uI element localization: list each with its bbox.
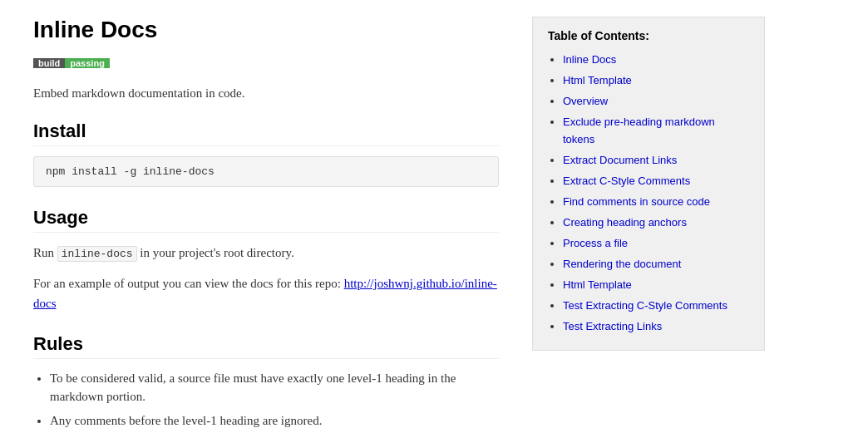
usage-p1-prefix: Run	[33, 246, 57, 259]
toc-list: Inline DocsHtml TemplateOverviewExclude …	[548, 51, 749, 335]
toc-link[interactable]: Rendering the document	[563, 258, 681, 270]
rule-item-1: To be considered valid, a source file mu…	[50, 369, 499, 406]
usage-p2-prefix: For an example of output you can view th…	[33, 277, 344, 290]
usage-paragraph2: For an example of output you can view th…	[33, 273, 499, 313]
toc-link[interactable]: Process a file	[563, 237, 628, 249]
toc-link[interactable]: Html Template	[563, 278, 632, 291]
toc-link[interactable]: Inline Docs	[563, 53, 616, 66]
toc-link[interactable]: Overview	[563, 95, 608, 107]
toc-item: Extract Document Links	[563, 151, 749, 169]
toc-link[interactable]: Extract Document Links	[563, 154, 677, 166]
install-command: npm install -g inline-docs	[33, 156, 499, 187]
toc-link[interactable]: Test Extracting C-Style Comments	[563, 299, 727, 312]
page-title: Inline Docs	[33, 17, 499, 43]
toc-item: Rendering the document	[563, 255, 749, 273]
rule-1-text: To be considered valid, a source file mu…	[50, 371, 456, 404]
toc-item: Test Extracting Links	[563, 317, 749, 335]
toc-item: Exclude pre-heading markdown tokens	[563, 113, 749, 148]
usage-heading: Usage	[33, 207, 499, 233]
toc-link[interactable]: Extract C-Style Comments	[563, 175, 690, 187]
usage-paragraph1: Run inline-docs in your project's root d…	[33, 243, 499, 263]
install-heading: Install	[33, 121, 499, 146]
toc-link[interactable]: Creating heading anchors	[563, 216, 687, 229]
toc-sidebar: Table of Contents: Inline DocsHtml Templ…	[532, 17, 765, 351]
usage-p1-suffix: in your project's root directory.	[137, 246, 294, 259]
page-layout: Inline Docs build passing Embed markdown…	[33, 17, 835, 428]
toc-item: Creating heading anchors	[563, 214, 749, 231]
toc-link[interactable]: Exclude pre-heading markdown tokens	[563, 116, 715, 145]
badge-container: build passing	[33, 55, 499, 71]
toc-title: Table of Contents:	[548, 29, 749, 42]
rule-item-2: Any comments before the level-1 heading …	[50, 411, 499, 428]
toc-item: Test Extracting C-Style Comments	[563, 297, 749, 314]
badge-label: build	[33, 58, 65, 68]
toc-item: Inline Docs	[563, 51, 749, 68]
toc-item: Process a file	[563, 234, 749, 252]
main-content: Inline Docs build passing Embed markdown…	[33, 17, 499, 428]
toc-link[interactable]: Html Template	[563, 74, 632, 86]
tagline: Embed markdown documentation in code.	[33, 86, 499, 101]
badge-status: passing	[65, 58, 110, 68]
toc-link[interactable]: Test Extracting Links	[563, 320, 662, 332]
rules-list: To be considered valid, a source file mu…	[33, 369, 499, 428]
toc-item: Extract C-Style Comments	[563, 172, 749, 189]
build-badge: build passing	[33, 55, 110, 71]
usage-p1-code: inline-docs	[57, 246, 137, 262]
rule-2-text: Any comments before the level-1 heading …	[50, 414, 322, 427]
toc-item: Find comments in source code	[563, 193, 749, 210]
rules-heading: Rules	[33, 333, 499, 359]
toc-item: Overview	[563, 92, 749, 110]
toc-link[interactable]: Find comments in source code	[563, 195, 710, 208]
toc-item: Html Template	[563, 71, 749, 89]
toc-item: Html Template	[563, 276, 749, 293]
